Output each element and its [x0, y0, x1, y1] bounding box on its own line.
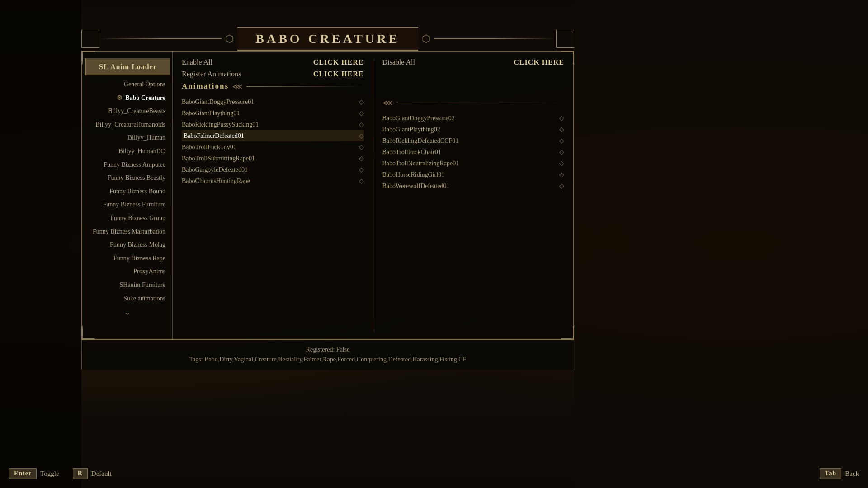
- corner-tr: [561, 51, 574, 64]
- bottom-controls-left: Enter Toggle R Default: [9, 468, 112, 479]
- sidebar-title[interactable]: SL Anim Loader: [85, 58, 170, 75]
- sidebar-item-babo-creature[interactable]: ⚙ Babo Creature: [82, 91, 172, 105]
- anim-item-left-1[interactable]: BaboGiantPlaything01 ◇: [182, 108, 364, 119]
- toggle-diamond-icon[interactable]: ◇: [559, 148, 564, 156]
- status-bar: Registered: False Tags: Babo,Dirty,Vagin…: [81, 340, 574, 370]
- main-container: ⬡ BABO CREATURE ⬡ SL Anim Loader General…: [81, 27, 574, 343]
- toggle-diamond-icon[interactable]: ◇: [359, 155, 364, 162]
- sidebar-item-billyy-humandd[interactable]: Billyy_HumanDD: [82, 145, 172, 158]
- toggle-diamond-icon[interactable]: ◇: [559, 126, 564, 133]
- anim-item-right-2[interactable]: BaboRieklingDefeatedCCF01 ◇: [382, 135, 565, 146]
- sidebar-item-billyy-creature-beasts[interactable]: Billyy_CreatureBeasts: [82, 104, 172, 118]
- toggle-diamond-icon[interactable]: ◇: [359, 143, 364, 151]
- back-control: Tab Back: [820, 468, 859, 479]
- right-decoration: [574, 0, 868, 488]
- sidebar-item-funny-rape[interactable]: Funny Bizness Rape: [82, 252, 172, 265]
- anim-item-right-1[interactable]: BaboGiantPlaything02 ◇: [382, 124, 565, 135]
- toggle-diamond-icon[interactable]: ◇: [559, 171, 564, 178]
- main-panel: SL Anim Loader General Options ⚙ Babo Cr…: [81, 51, 574, 340]
- sidebar-item-suke[interactable]: Suke animations: [82, 292, 172, 305]
- disable-all-row: Disable All CLICK HERE: [382, 58, 565, 66]
- left-decoration: [0, 0, 81, 488]
- toggle-diamond-icon[interactable]: ◇: [359, 132, 364, 140]
- left-animation-list: BaboGiantDoggyPressure01 ◇ BaboGiantPlay…: [182, 96, 364, 187]
- anim-item-left-7[interactable]: BaboChaurusHuntingRape ◇: [182, 175, 364, 187]
- sidebar-item-funny-group[interactable]: Funny Bizness Group: [82, 211, 172, 225]
- corner-tl: [81, 51, 95, 64]
- sidebar-item-funny-bound[interactable]: Funny Bizness Bound: [82, 185, 172, 198]
- right-header-bar: [396, 103, 565, 103]
- enable-all-button[interactable]: CLICK HERE: [313, 58, 364, 66]
- toggle-diamond-icon[interactable]: ◇: [559, 137, 564, 145]
- anim-name: BaboHorseRidingGirl01: [382, 171, 555, 178]
- left-panel: Enable All CLICK HERE Register Animation…: [182, 58, 373, 332]
- register-animations-button[interactable]: CLICK HERE: [313, 70, 364, 78]
- default-label: Default: [91, 470, 112, 478]
- right-animation-list: BaboGiantDoggyPressure02 ◇ BaboGiantPlay…: [382, 113, 565, 192]
- svg-rect-1: [556, 30, 574, 48]
- sidebar-item-proxyanims[interactable]: ProxyAnims: [82, 265, 172, 278]
- anim-item-right-3[interactable]: BaboTrollFuckChair01 ◇: [382, 146, 565, 158]
- right-panel: Disable All CLICK HERE ⋘ BaboGiantDoggyP…: [373, 58, 565, 332]
- corner-bl: [81, 326, 95, 340]
- sidebar-item-shanim[interactable]: SHanim Furniture: [82, 278, 172, 292]
- title-ornament-right: ⬡: [418, 31, 434, 47]
- bottom-controls-right: Tab Back: [820, 468, 859, 479]
- tab-key-badge: Tab: [820, 468, 841, 479]
- anim-name: BaboTrollSubmittingRape01: [182, 155, 354, 162]
- toggle-diamond-icon[interactable]: ◇: [359, 177, 364, 185]
- disable-all-button[interactable]: CLICK HERE: [514, 58, 564, 66]
- anim-item-left-2[interactable]: BaboRieklingPussySucking01 ◇: [182, 119, 364, 130]
- sidebar-item-funny-masturbation[interactable]: Funny Bizness Masturbation: [82, 225, 172, 239]
- toggle-diamond-icon[interactable]: ◇: [359, 166, 364, 174]
- sidebar-item-funny-amputee[interactable]: Funny Bizness Amputee: [82, 158, 172, 172]
- toggle-diamond-icon[interactable]: ◇: [559, 114, 564, 122]
- anim-item-left-4[interactable]: BaboTrollFuckToy01 ◇: [182, 141, 364, 153]
- disable-all-label: Disable All: [382, 58, 415, 66]
- anim-item-left-5[interactable]: BaboTrollSubmittingRape01 ◇: [182, 153, 364, 164]
- anim-name: BaboRieklingPussySucking01: [182, 121, 354, 128]
- svg-rect-0: [81, 30, 99, 48]
- sidebar-item-general-options[interactable]: General Options: [82, 78, 172, 91]
- anim-name: BaboGiantDoggyPressure02: [382, 115, 555, 122]
- toggle-diamond-icon[interactable]: ◇: [359, 121, 364, 128]
- anim-name: BaboWerewolfDefeated01: [382, 183, 555, 190]
- scroll-down-icon: ⌄: [82, 307, 172, 317]
- anim-item-left-6[interactable]: BaboGargoyleDefeated01 ◇: [182, 164, 364, 175]
- right-header-line: ⋘: [382, 99, 565, 107]
- anim-name: BaboTrollFuckToy01: [182, 144, 354, 151]
- anim-name: BaboGiantPlaything01: [182, 110, 354, 117]
- sidebar-item-funny-molag[interactable]: Funny Bizness Molag: [82, 238, 172, 252]
- sidebar-item-billyy-creature-humanoids[interactable]: Billyy_CreatureHumanoids: [82, 118, 172, 131]
- title-line-right: [434, 38, 556, 39]
- anim-item-right-0[interactable]: BaboGiantDoggyPressure02 ◇: [382, 113, 565, 124]
- anim-item-right-6[interactable]: BaboWerewolfDefeated01 ◇: [382, 180, 565, 192]
- corner-br: [561, 326, 574, 340]
- register-animations-label: Register Animations: [182, 70, 241, 78]
- anim-item-left-3[interactable]: BaboFalmerDefeated01 ◇: [182, 130, 364, 141]
- right-anim-header: ⋘: [382, 99, 565, 107]
- title-line-left: [99, 38, 222, 39]
- sidebar-item-funny-beastly[interactable]: Funny Bizness Beastly: [82, 171, 172, 185]
- toggle-diamond-icon[interactable]: ◇: [359, 109, 364, 117]
- anim-name: BaboGargoyleDefeated01: [182, 166, 354, 174]
- back-label: Back: [845, 470, 859, 478]
- anim-name: BaboTrollFuckChair01: [382, 149, 555, 156]
- toggle-diamond-icon[interactable]: ◇: [559, 160, 564, 167]
- registered-status: Registered: False: [91, 345, 565, 355]
- spacer: [382, 70, 565, 82]
- title-ornament-left: ⬡: [222, 31, 237, 47]
- animations-header-text: Animations: [182, 82, 229, 91]
- sidebar-item-funny-furniture[interactable]: Funny Bizness Furniture: [82, 198, 172, 211]
- content-area: Enable All CLICK HERE Register Animation…: [173, 52, 573, 339]
- anim-item-right-4[interactable]: BaboTrollNeutralizingRape01 ◇: [382, 158, 565, 169]
- toggle-diamond-icon[interactable]: ◇: [359, 98, 364, 106]
- anim-item-left-0[interactable]: BaboGiantDoggyPressure01 ◇: [182, 96, 364, 108]
- anim-name: BaboTrollNeutralizingRape01: [382, 160, 555, 167]
- sidebar: SL Anim Loader General Options ⚙ Babo Cr…: [82, 52, 173, 339]
- sidebar-item-billyy-human[interactable]: Billyy_Human: [82, 131, 172, 145]
- toggle-diamond-icon[interactable]: ◇: [559, 182, 564, 190]
- r-key-badge: R: [73, 468, 88, 479]
- anim-item-right-5[interactable]: BaboHorseRidingGirl01 ◇: [382, 169, 565, 180]
- anim-name: BaboRieklingDefeatedCCF01: [382, 137, 555, 145]
